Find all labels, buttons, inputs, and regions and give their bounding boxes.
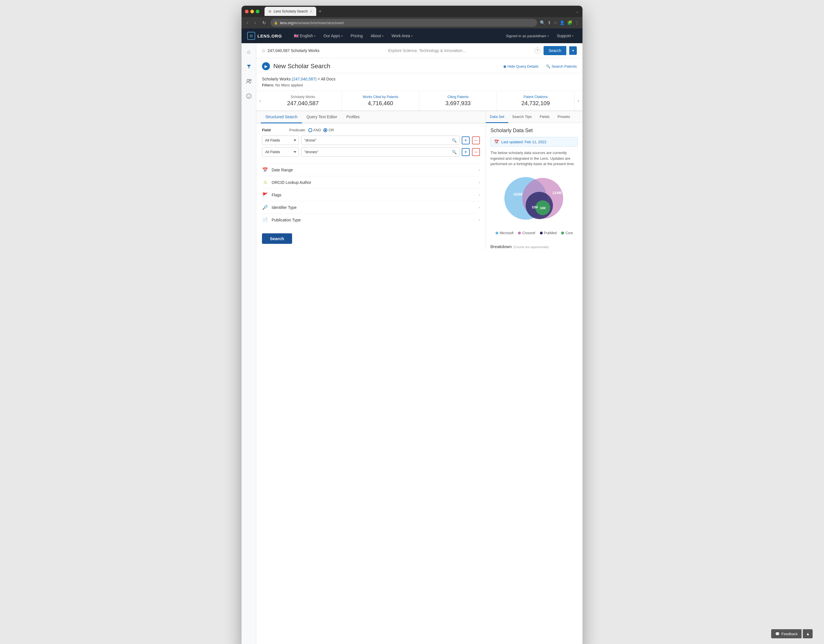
tab-profiles[interactable]: Profiles <box>342 111 364 123</box>
page-title: New Scholar Search <box>273 63 331 70</box>
close-button[interactable] <box>245 10 249 13</box>
crossref-label: 124M <box>552 191 562 195</box>
microsoft-dot <box>495 232 498 234</box>
sidebar-icon-info[interactable]: i <box>244 91 254 101</box>
bookmark-icon[interactable]: ☆ <box>553 20 557 25</box>
remove-row-button-2[interactable]: − <box>472 148 480 156</box>
search-button-top[interactable]: Search <box>544 46 566 55</box>
help-icon[interactable]: ? <box>535 48 541 54</box>
stats-prev-button[interactable]: ‹ <box>256 91 264 111</box>
tab-structured-search[interactable]: Structured Search <box>261 111 302 123</box>
scroll-top-button[interactable]: ▲ <box>803 629 813 638</box>
breakdown-title: Breakdown <box>490 244 512 249</box>
tab-favicon: ⊙ <box>269 9 271 13</box>
search-button-main[interactable]: Search <box>262 233 292 244</box>
search-dropdown-button[interactable]: ▾ <box>569 46 577 55</box>
add-row-button-2[interactable]: + <box>462 148 470 156</box>
stat-scholarly-works: Scholarly Works 247,040,587 <box>264 91 342 111</box>
active-tab[interactable]: ⊙ Lens Scholarly Search × <box>264 7 316 16</box>
signed-in-dropdown[interactable]: Signed in as pauloldham ▾ <box>503 32 552 40</box>
tab-area: ⊙ Lens Scholarly Search × + <box>264 7 573 16</box>
nav-item-ourapps[interactable]: Our Apps ▾ <box>320 32 346 40</box>
tab-dataset[interactable]: Data Set <box>486 111 508 123</box>
nav-item-workarea[interactable]: Work Area ▾ <box>388 32 416 40</box>
predicate-or-radio[interactable]: OR <box>323 128 334 132</box>
search-input-icon-2: 🔍 <box>452 150 457 154</box>
minimize-button[interactable] <box>250 10 254 13</box>
nav-item-pricing[interactable]: Pricing <box>347 32 366 40</box>
pubmed-dot <box>540 232 543 234</box>
tab-search-tips[interactable]: Search Tips <box>508 111 536 123</box>
left-sidebar: ⌂ i ··· <box>241 43 256 644</box>
pricing-label: Pricing <box>351 34 363 38</box>
tab-close-icon[interactable]: × <box>310 9 312 14</box>
back-button[interactable]: ‹ <box>245 20 250 26</box>
extensions-icon[interactable]: 🧩 <box>567 20 573 25</box>
filter-publication-type[interactable]: 📄 Publication Type › <box>262 214 480 226</box>
stat-label-patent-citations[interactable]: Patent Citations <box>500 95 571 99</box>
zoom-icon[interactable]: 🔍 <box>540 20 545 25</box>
sidebar-icon-users[interactable] <box>244 76 254 86</box>
right-tabs: Data Set Search Tips Fields Presets <box>486 111 583 123</box>
date-range-label: Date Range <box>272 168 479 172</box>
sidebar-more-icon[interactable]: ··· <box>247 642 251 644</box>
search-input-wrap-2: 🔍 <box>301 147 460 157</box>
new-tab-button[interactable]: + <box>318 9 322 14</box>
pubmed-label: 32M <box>532 206 538 209</box>
field-select-1[interactable]: All Fields <box>262 135 299 145</box>
predicate-and-radio[interactable]: AND <box>308 128 321 132</box>
tab-presets[interactable]: Presets <box>553 111 574 123</box>
stat-label-citing[interactable]: Citing Patents <box>422 95 494 99</box>
remove-row-button-1[interactable]: − <box>472 137 480 144</box>
scholarly-works-count[interactable]: (247,040,587) <box>292 77 317 81</box>
sidebar-icon-filter[interactable] <box>244 61 254 72</box>
search-input-1[interactable] <box>301 135 460 145</box>
search-patents-icon: 🔍 <box>546 64 550 69</box>
sidebar-icon-home[interactable]: ⌂ <box>244 47 254 57</box>
breakdown-note: (Counts are approximate) <box>513 245 549 249</box>
identifier-icon: 🔎 <box>262 204 268 210</box>
content-area: ⌂ i ··· <box>241 43 583 644</box>
stat-value-cited: 4,716,460 <box>345 100 416 106</box>
field-header: Field Predicate: AND OR <box>262 128 480 132</box>
profile-icon[interactable]: 👤 <box>560 20 565 25</box>
page-header: ▶ New Scholar Search ◉ Hide Query Detail… <box>256 58 583 73</box>
field-select-2[interactable]: All Fields <box>262 147 299 157</box>
forward-button[interactable]: › <box>253 20 257 26</box>
ourapps-label: Our Apps <box>323 34 340 38</box>
flags-icon: 🚩 <box>262 192 268 198</box>
feedback-button[interactable]: 💬 Feedback <box>771 629 802 638</box>
crossref-legend-label: Crossref <box>522 231 535 235</box>
refresh-button[interactable]: ↻ <box>261 20 267 26</box>
flags-chevron-icon: › <box>479 193 480 197</box>
url-text: lens.org/lens/search/scholar/structured <box>280 21 344 25</box>
filter-flags[interactable]: 🚩 Flags › <box>262 188 480 201</box>
search-input-2[interactable] <box>301 147 460 157</box>
hide-query-details-link[interactable]: ◉ Hide Query Details <box>503 64 538 69</box>
tab-fields[interactable]: Fields <box>536 111 553 123</box>
hide-query-details-label: Hide Query Details <box>507 64 538 69</box>
share-icon[interactable]: ⬆ <box>547 20 551 25</box>
nav-item-support[interactable]: Support ▾ <box>553 32 577 40</box>
left-tabs: Structured Search Query Text Editor Prof… <box>256 111 486 123</box>
home-icon[interactable]: ⌂ <box>262 48 265 53</box>
filter-orcid[interactable]: ⊙ ORCID Lookup Author › <box>262 176 480 188</box>
nav-items: 🇬🇧 English ▾ Our Apps ▾ Pricing About ▾ … <box>291 32 502 40</box>
add-row-button-1[interactable]: + <box>462 137 470 144</box>
nav-item-language[interactable]: 🇬🇧 English ▾ <box>291 32 319 40</box>
more-icon[interactable]: ⋮ <box>575 20 579 25</box>
stat-works-cited: Works Cited by Patents 4,716,460 <box>342 91 420 111</box>
search-patents-link[interactable]: 🔍 Search Patents <box>546 64 577 69</box>
tab-query-text-editor[interactable]: Query Text Editor <box>302 111 342 123</box>
logo-area[interactable]: ⊙ LENS.ORG <box>247 32 282 40</box>
scholarly-works-label: Scholarly Works <box>262 77 291 81</box>
stats-row: ‹ Scholarly Works 247,040,587 Works Cite… <box>256 91 583 111</box>
nav-item-about[interactable]: About ▾ <box>367 32 387 40</box>
stat-label-cited[interactable]: Works Cited by Patents <box>345 95 416 99</box>
breakdown-row: Breakdown (Counts are approximate) <box>490 240 578 249</box>
url-bar[interactable]: 🔒 lens.org/lens/search/scholar/structure… <box>271 19 537 27</box>
stats-next-button[interactable]: › <box>575 91 583 111</box>
filter-identifier-type[interactable]: 🔎 Identifier Type › <box>262 201 480 214</box>
filter-date-range[interactable]: 📅 Date Range › <box>262 163 480 176</box>
maximize-button[interactable] <box>256 10 260 13</box>
